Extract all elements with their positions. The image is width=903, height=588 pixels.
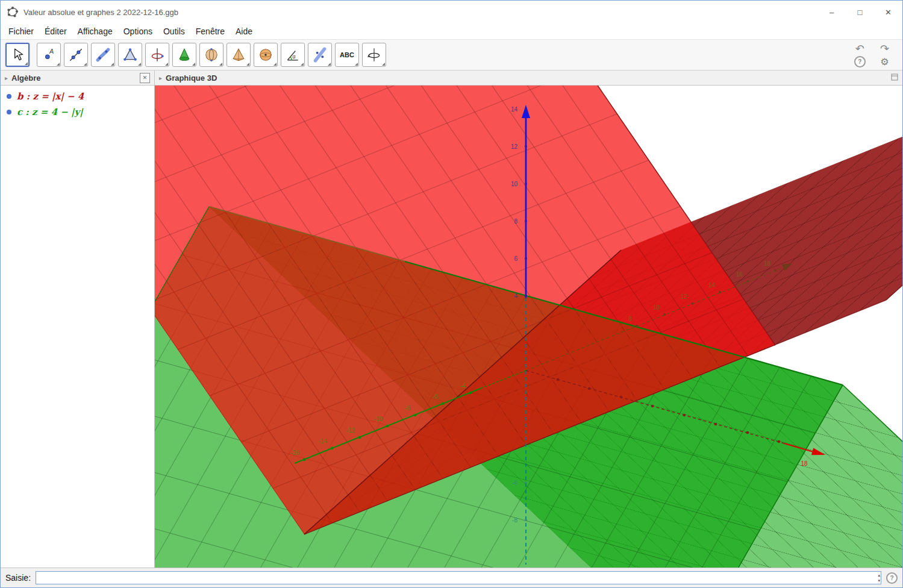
tool-polygon-button[interactable] — [118, 43, 142, 67]
tool-text-button[interactable]: ABC — [335, 43, 359, 67]
tool-cone-button[interactable] — [172, 43, 196, 67]
geogebra-logo-icon — [7, 6, 19, 18]
undo-button[interactable]: ↶ — [852, 42, 868, 55]
menu-aide[interactable]: Aide — [230, 25, 258, 38]
svg-text:-4: -4 — [460, 383, 466, 389]
svg-text:8: 8 — [628, 316, 632, 322]
tool-dropdown-corner[interactable] — [301, 63, 304, 66]
tool-point-button[interactable]: A — [37, 43, 61, 67]
menu-editer[interactable]: Éditer — [39, 25, 72, 38]
toolbar: A — [1, 39, 902, 70]
input-label: Saisie: — [5, 573, 31, 583]
algebra-item-c[interactable]: c : z = 4 − |y| — [1, 104, 154, 120]
algebra-panel-title: Algèbre — [11, 74, 40, 83]
svg-text:18: 18 — [764, 260, 771, 267]
menu-bar: Fichier Éditer Affichage Options Outils … — [1, 23, 902, 39]
input-field-wrap: ▴▾ — [36, 571, 881, 584]
menu-outils[interactable]: Outils — [158, 25, 190, 38]
tool-circle-axis-button[interactable] — [145, 43, 169, 67]
minimize-button[interactable]: – — [817, 1, 846, 23]
reflect-plane-icon — [312, 47, 328, 63]
tool-dropdown-corner[interactable] — [382, 63, 385, 66]
svg-text:-6: -6 — [512, 480, 517, 486]
object-visibility-dot[interactable] — [7, 110, 11, 114]
title-bar: Valeur absolue et graphes 2 2022-12-16.g… — [1, 1, 902, 23]
graphics-panel-header: ▸ Graphique 3D — [155, 70, 902, 85]
intersect-surfaces-icon — [204, 47, 219, 63]
menu-affichage[interactable]: Affichage — [72, 25, 118, 38]
tool-dropdown-corner[interactable] — [355, 63, 358, 66]
input-bar: Saisie: ▴▾ ? — [1, 568, 902, 587]
tool-dropdown-corner[interactable] — [84, 63, 87, 66]
tool-line-button[interactable] — [64, 43, 88, 67]
redo-button[interactable]: ↷ — [876, 42, 893, 55]
help-icon[interactable]: ? — [854, 56, 866, 67]
svg-text:6: 6 — [514, 255, 517, 262]
svg-text:10: 10 — [511, 181, 518, 187]
tool-pyramid-button[interactable] — [227, 43, 251, 67]
svg-text:4: 4 — [514, 293, 517, 299]
svg-text:14: 14 — [708, 282, 716, 289]
svg-text:14: 14 — [511, 106, 518, 113]
tool-dropdown-corner[interactable] — [25, 62, 28, 65]
svg-text:12: 12 — [511, 143, 518, 150]
svg-text:-6: -6 — [433, 393, 438, 400]
angle-icon: α — [285, 47, 301, 63]
object-visibility-dot[interactable] — [7, 94, 11, 99]
tool-dropdown-corner[interactable] — [219, 63, 222, 66]
svg-text:-14: -14 — [319, 438, 328, 445]
collapse-arrow-icon[interactable]: ▸ — [159, 75, 162, 81]
svg-text:-12: -12 — [346, 427, 355, 434]
tool-dropdown-corner[interactable] — [328, 63, 331, 66]
tool-dropdown-corner[interactable] — [111, 63, 114, 66]
menu-fichier[interactable]: Fichier — [3, 25, 39, 38]
command-input[interactable] — [36, 571, 881, 584]
point-icon: A — [41, 47, 57, 63]
input-help-icon[interactable]: ? — [886, 572, 898, 584]
line-through-points-icon — [68, 47, 84, 63]
tool-dropdown-corner[interactable] — [246, 63, 249, 66]
algebra-close-button[interactable]: ✕ — [140, 73, 150, 83]
tool-dropdown-corner[interactable] — [138, 63, 141, 66]
tool-angle-button[interactable]: α — [281, 43, 305, 67]
algebra-panel: b : z = |x| − 4 c : z = 4 − |y| — [1, 86, 155, 568]
graphics-3d-view[interactable]: 141210864-6-8-4-6-8-10-12-14-16810121416… — [155, 86, 902, 568]
rotate-view-icon — [366, 47, 382, 63]
cone-icon — [177, 47, 192, 63]
polygon-icon — [122, 47, 138, 63]
cursor-arrow-icon — [10, 47, 25, 63]
input-history-stepper[interactable]: ▴▾ — [878, 572, 880, 583]
svg-text:16: 16 — [736, 271, 743, 278]
collapse-arrow-icon[interactable]: ▸ — [5, 75, 8, 81]
svg-text:A: A — [49, 48, 54, 55]
tool-sphere-button[interactable] — [254, 43, 278, 67]
tool-reflect-plane-button[interactable] — [308, 43, 332, 67]
tool-dropdown-corner[interactable] — [273, 63, 277, 66]
svg-text:18: 18 — [801, 460, 808, 467]
close-button[interactable]: ✕ — [874, 1, 902, 23]
view-options-icon[interactable] — [891, 74, 898, 83]
tool-intersect-surfaces-button[interactable] — [199, 43, 223, 67]
stepper-up-icon[interactable]: ▴ — [878, 572, 880, 578]
menu-options[interactable]: Options — [118, 25, 158, 38]
tool-dropdown-corner[interactable] — [192, 63, 195, 66]
stepper-down-icon[interactable]: ▾ — [878, 578, 880, 583]
special-line-icon — [95, 47, 111, 63]
circle-with-axis-icon — [149, 47, 165, 63]
tool-special-line-button[interactable] — [91, 43, 115, 67]
toolbar-right-cluster: ↶ ↷ ? ⚙ — [852, 42, 898, 67]
main-area: b : z = |x| − 4 c : z = 4 − |y| — [1, 86, 902, 568]
menu-fenetre[interactable]: Fenêtre — [190, 25, 230, 38]
algebra-item-b-label: b : z = |x| − 4 — [17, 91, 84, 102]
tool-dropdown-corner[interactable] — [165, 63, 168, 66]
sphere-icon — [258, 47, 273, 63]
algebra-item-b[interactable]: b : z = |x| − 4 — [1, 89, 154, 104]
maximize-button[interactable]: □ — [846, 1, 874, 23]
graphics-panel-title: Graphique 3D — [166, 74, 217, 83]
settings-gear-icon[interactable]: ⚙ — [880, 57, 889, 67]
geogebra-window: Valeur absolue et graphes 2 2022-12-16.g… — [0, 0, 903, 588]
tool-dropdown-corner[interactable] — [57, 63, 60, 66]
graphics-3d-canvas: 141210864-6-8-4-6-8-10-12-14-16810121416… — [155, 86, 902, 568]
tool-move-button[interactable] — [5, 43, 30, 67]
tool-rotate-view-button[interactable] — [362, 43, 386, 67]
